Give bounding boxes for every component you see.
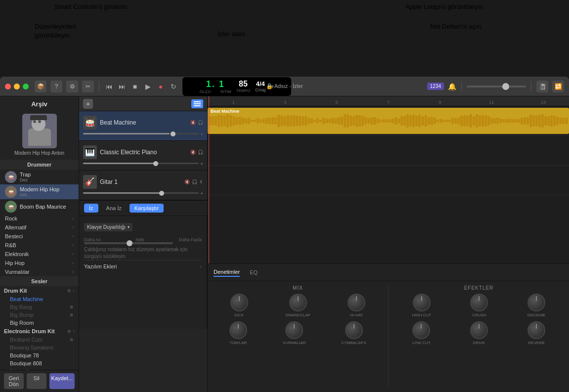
sound-boutique78[interactable]: Boutique 78 [0,351,79,359]
keyboard-sensitivity-dropdown[interactable]: Klavye Duyarlılığı ▾ [84,223,132,231]
track-row1-guitar: 🎸 Gitar 1 🔇 🎧 ⬇ [83,175,203,189]
sensitivity-slider[interactable] [84,242,173,244]
volume-thumb-piano[interactable] [153,161,158,166]
volume-thumb-beat-machine[interactable] [171,131,175,136]
volume-track-guitar[interactable] [83,192,199,194]
tab-karsilastir[interactable]: Karşılaştır [130,204,164,213]
mute-btn-piano[interactable]: 🔇 [190,150,196,155]
edk-expand[interactable]: ⊕ [67,329,71,334]
chevron-elektronik: › [72,252,74,257]
smart-controls-button[interactable]: ⚙ [66,81,78,92]
knob-hihat-label: HI-HAT [350,313,363,317]
fast-forward-button[interactable]: ⏭ [117,83,127,90]
knob-cymbals-control[interactable] [345,321,363,339]
ruler-mark-7: 7 [362,100,414,105]
play-button[interactable]: ▶ [143,83,153,90]
sound-beat-machine[interactable]: Beat Machine [0,295,79,303]
download-birdland[interactable]: ⊕ [70,337,74,342]
delete-button[interactable]: Sil [27,373,46,389]
close-button[interactable] [5,84,11,89]
drummer-item-boombap[interactable]: 🥁 Boom Bap Maurice [0,199,79,214]
tab-ana-iz[interactable]: Ana İz [101,204,127,213]
tab-denetimler[interactable]: Denetimler [214,268,240,277]
library-button[interactable]: 📦 [35,81,46,92]
track-list-mode-btn[interactable] [191,99,203,108]
genre-rock[interactable]: Rock › [0,214,79,223]
track-beat-machine[interactable]: 🥁 Beat Machine 🔇 🎧 ● [79,111,207,141]
knob-snare-control[interactable] [289,294,307,311]
plugins-row[interactable]: Yazılım Ekleri › [84,260,202,272]
scissors-button[interactable]: ✂ [82,81,94,92]
knob-hihat-control[interactable] [348,294,365,311]
genre-alternatif[interactable]: Alternatif › [0,223,79,232]
chevron-hiphop: › [72,261,74,265]
playhead[interactable] [209,96,209,263]
main-window: 📦 ? ⚙ ✂ ⏮ ⏭ ■ ▶ ● ↻ 1. 1 ÖLÇÜ RİTİM [0,77,569,392]
genre-rb[interactable]: R&B › [0,241,79,250]
audio-region-beat-machine[interactable]: Beat Machine // We'll generate waveform … [208,108,569,134]
sound-boutique808[interactable]: Boutique 808 [0,359,79,367]
tab-iz[interactable]: İz [84,204,98,213]
download-big-bump[interactable]: ⊕ [70,312,74,317]
genre-hiphop[interactable]: Hip Hop › [0,259,79,267]
headphone-btn-piano[interactable]: 🎧 [198,150,203,155]
master-volume-slider[interactable] [467,86,526,87]
knob-reverb-control[interactable] [527,321,545,339]
tab-eq[interactable]: EQ [250,268,258,276]
right-area: 1 3 5 7 9 11 13 Beat Machine [208,96,569,392]
sound-big-room[interactable]: Big Room [0,319,79,327]
back-button[interactable]: Geri Dön [4,373,24,389]
metronome-btn[interactable]: 🔔 [448,83,456,90]
sound-birdland[interactable]: Birdland Cuts ⊕ [0,336,79,344]
genre-besteci[interactable]: Besteci › [0,232,79,241]
rewind-button[interactable]: ⏮ [104,83,114,90]
mute-btn-beat-machine[interactable]: 🔇 [190,120,196,125]
knob-gecikme-control[interactable] [527,294,545,311]
headphone-btn-guitar[interactable]: 🎧 [192,179,197,184]
track-guitar[interactable]: 🎸 Gitar 1 🔇 🎧 ⬇ ● [79,171,207,200]
electronic-drum-kit-category[interactable]: Electronic Drum Kit ⊕ › [0,327,79,336]
headphone-btn-beat-machine[interactable]: 🎧 [198,120,203,125]
drummer-item-hiphop[interactable]: 🥁 Modern Hip Hop Ant... [0,184,79,199]
notepad-btn[interactable]: 📓 [536,81,548,92]
volume-thumb-guitar[interactable] [159,191,164,196]
add-track-button[interactable]: + [83,99,93,109]
volume-track-beat-machine[interactable] [83,133,199,134]
volume-track-piano[interactable] [83,163,199,164]
tempo-value[interactable]: 85 [239,80,248,88]
divider3 [531,82,531,91]
drummer-item-trap[interactable]: 🥁 Trap Dez [0,170,79,184]
knob-low-cut-control[interactable] [412,321,430,339]
record-button[interactable]: ● [156,83,166,90]
genre-elektronik[interactable]: Elektronik › [0,250,79,259]
loop-button[interactable]: ↻ [169,83,178,90]
knob-vurmacilar-control[interactable] [285,321,303,339]
mute-btn-guitar[interactable]: 🔇 [184,179,190,184]
save-button[interactable]: Kaydet... [49,373,75,389]
knob-high-cut-control[interactable] [413,294,431,311]
download-big-bang[interactable]: ⊕ [70,305,74,309]
sound-name-birdland: Birdland Cuts [10,337,43,343]
time-signature[interactable]: 4/4 [256,80,265,87]
stop-button[interactable]: ■ [130,83,140,90]
help-button[interactable]: ? [50,81,62,92]
genre-vurmacilar[interactable]: Vurmalılar › [0,267,79,276]
sound-big-bang[interactable]: Big Bang ⊕ [0,303,79,311]
knob-hihat: HI-HAT [348,294,365,317]
knob-drive-control[interactable] [470,321,488,339]
loop-region-btn[interactable]: 1234 [427,83,444,90]
knob-toms-control[interactable] [229,321,247,339]
sound-big-bump[interactable]: Big Bump ⊕ [0,311,79,319]
record-btn-guitar[interactable]: ⬇ [199,179,203,184]
sound-blowing[interactable]: Blowing Speakers [0,344,79,351]
volume-thumb[interactable] [502,83,509,90]
drum-kit-expand[interactable]: ⊕ [67,288,71,293]
drum-kit-category[interactable]: Drum Kit ⊕ › [0,286,79,295]
loops-btn[interactable]: 🔁 [552,81,564,92]
knob-crush-control[interactable] [470,294,488,311]
maximize-button[interactable] [23,84,29,89]
knob-kick-control[interactable] [230,294,248,311]
sensitivity-thumb[interactable] [127,240,132,246]
minimize-button[interactable] [14,84,20,89]
track-piano[interactable]: 🎹 Classic Electric Piano 🔇 🎧 ● [79,141,207,171]
